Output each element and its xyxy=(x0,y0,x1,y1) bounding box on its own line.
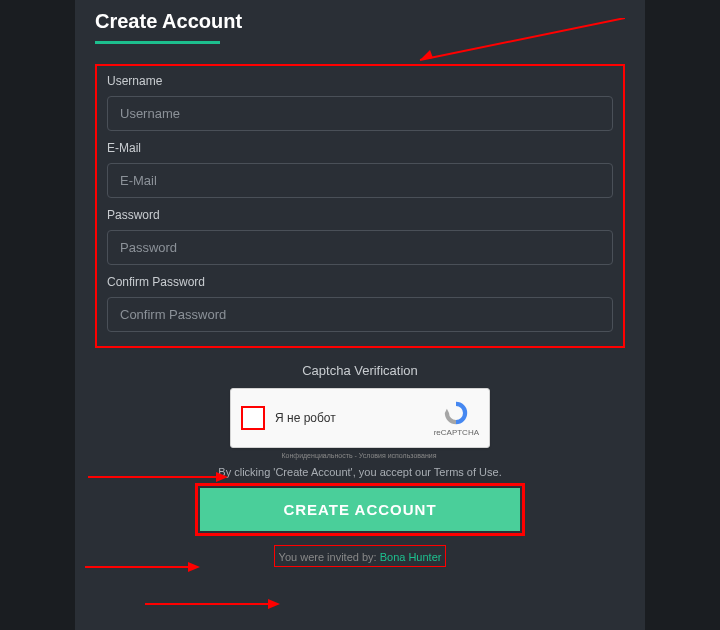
password-label: Password xyxy=(107,208,613,222)
confirm-password-input[interactable] xyxy=(107,297,613,332)
recaptcha-checkbox-label: Я не робот xyxy=(275,411,336,425)
username-field-wrap: Username xyxy=(107,74,613,131)
email-label: E-Mail xyxy=(107,141,613,155)
invited-name: Bona Hunter xyxy=(380,551,442,563)
signup-panel: Create Account Username E-Mail Password … xyxy=(75,0,645,630)
submit-row: CREATE ACCOUNT xyxy=(95,488,625,531)
invited-row: You were invited by: Bona Hunter xyxy=(95,545,625,567)
recaptcha-terms-text: Конфиденциальность - Условия использован… xyxy=(229,452,489,459)
email-field-wrap: E-Mail xyxy=(107,141,613,198)
title-underline xyxy=(95,41,220,44)
recaptcha-checkbox[interactable] xyxy=(241,406,265,430)
recaptcha-widget[interactable]: Я не робот reCAPTCHA Конфиденциальность … xyxy=(230,388,490,448)
invited-highlight-box: You were invited by: Bona Hunter xyxy=(274,545,447,567)
captcha-row: Я не робот reCAPTCHA Конфиденциальность … xyxy=(95,388,625,448)
confirm-password-field-wrap: Confirm Password xyxy=(107,275,613,332)
tos-text: By clicking 'Create Account', you accept… xyxy=(95,466,625,478)
confirm-password-label: Confirm Password xyxy=(107,275,613,289)
create-account-button[interactable]: CREATE ACCOUNT xyxy=(200,488,520,531)
svg-marker-0 xyxy=(445,409,449,413)
captcha-title: Captcha Verification xyxy=(95,363,625,378)
username-label: Username xyxy=(107,74,613,88)
email-input[interactable] xyxy=(107,163,613,198)
password-input[interactable] xyxy=(107,230,613,265)
form-highlight-box: Username E-Mail Password Confirm Passwor… xyxy=(95,64,625,348)
recaptcha-logo-icon xyxy=(442,399,470,427)
invited-prefix: You were invited by: xyxy=(279,551,380,563)
username-input[interactable] xyxy=(107,96,613,131)
password-field-wrap: Password xyxy=(107,208,613,265)
page-title: Create Account xyxy=(95,0,242,41)
recaptcha-brand-text: reCAPTCHA xyxy=(434,428,479,437)
